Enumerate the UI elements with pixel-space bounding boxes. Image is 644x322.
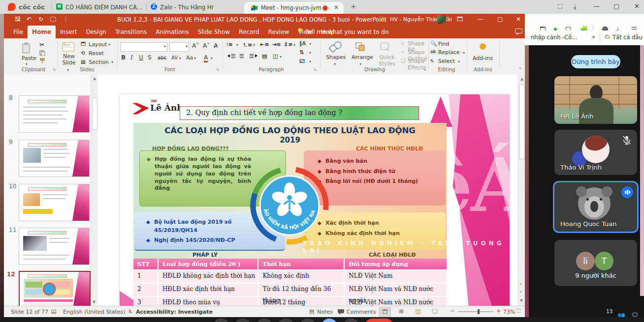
shapes-icon[interactable]: [329, 41, 343, 52]
account-avatar[interactable]: [437, 15, 446, 24]
bookmark-item[interactable]: nhập cảnh -Cố...: [531, 34, 577, 41]
captions-button[interactable]: [256, 319, 273, 322]
ribbon-tab-animations[interactable]: Animations: [151, 26, 193, 38]
font-dialog-launcher-icon[interactable]: ↘: [216, 67, 220, 72]
screenshot-tool-icon[interactable]: ⛶: [558, 3, 562, 11]
thumbnail-scrollbar[interactable]: ▲ ▼: [91, 75, 98, 306]
select-button[interactable]: Select: [438, 58, 455, 64]
copy-icon[interactable]: [39, 50, 45, 56]
thumb-scroll-down-icon[interactable]: ▼: [93, 300, 96, 304]
thumb-scroll-up-icon[interactable]: ▲: [91, 76, 98, 81]
cut-icon[interactable]: ✂: [39, 41, 44, 48]
clipboard-dialog-launcher-icon[interactable]: ↘: [52, 67, 56, 72]
format-painter-icon[interactable]: [39, 58, 45, 64]
bookmarks-overflow-icon[interactable]: »: [592, 33, 595, 40]
present-button[interactable]: [321, 319, 338, 322]
align-center-icon[interactable]: ☰: [239, 53, 244, 59]
ppt-minimize-button[interactable]: —: [478, 16, 483, 23]
download-tray-icon[interactable]: ⤓: [574, 3, 577, 11]
align-text-icon[interactable]: ⇅: [299, 49, 304, 56]
window-minimize-button[interactable]: —: [593, 2, 600, 10]
slide[interactable]: LêÁnh HR Lê Ánh 2. Quy định chi tiết về …: [120, 94, 510, 314]
browser-tab-sheets[interactable]: CÔ HẰNG ĐIỂM DANH CÁC KHỐI: [65, 4, 143, 11]
increase-indent-icon[interactable]: ⇥≡: [272, 41, 281, 48]
find-button[interactable]: Find: [438, 41, 450, 47]
notes-button[interactable]: Notes: [317, 309, 333, 315]
new-slide-icon[interactable]: [62, 42, 75, 52]
close-tab-icon[interactable]: ✕: [334, 4, 339, 11]
grow-font-icon[interactable]: A˄: [192, 42, 199, 49]
font-size-combobox[interactable]: ▾: [169, 42, 189, 52]
smartart-icon[interactable]: 🗠: [299, 58, 305, 64]
numbering-icon[interactable]: ⒈≡: [242, 41, 252, 49]
next-slide-button[interactable]: «: [518, 291, 523, 293]
thumb-scroll-thumb[interactable]: [92, 97, 97, 130]
ribbon-tab-record[interactable]: Record: [234, 26, 263, 38]
paste-caret-icon[interactable]: ▾: [26, 62, 28, 66]
text-direction-icon[interactable]: ∥A: [299, 40, 306, 47]
quick-styles-icon[interactable]: [379, 41, 391, 52]
thumbnail-slide-12-selected[interactable]: [19, 271, 91, 309]
paragraph-dialog-launcher-icon[interactable]: ↘: [313, 67, 317, 72]
bullets-icon[interactable]: ⁝≡: [226, 41, 233, 48]
language-indicator[interactable]: English (United States): [63, 309, 125, 315]
ribbon-tab-review[interactable]: Review: [264, 26, 294, 38]
leave-call-button[interactable]: [364, 319, 394, 322]
accessibility-status[interactable]: Accessibility: Investigate: [136, 309, 213, 315]
clear-formatting-icon[interactable]: A̷: [214, 42, 218, 49]
mic-button[interactable]: [213, 319, 229, 322]
view-slide-sorter-button[interactable]: ⊞: [396, 307, 407, 316]
strikethrough-button[interactable]: abc: [158, 55, 166, 60]
slide-scroll-up-icon[interactable]: ▲: [518, 77, 525, 81]
columns-icon[interactable]: ◫: [273, 53, 278, 59]
browser-tab-meet[interactable]: Meet - hmg-yucn-jvm ✕: [244, 2, 344, 14]
arrange-icon[interactable]: [354, 41, 366, 52]
shapes-button[interactable]: Shapes: [326, 54, 346, 60]
more-options-button[interactable]: [343, 319, 359, 322]
zoom-level[interactable]: 73%: [503, 309, 515, 315]
all-bookmarks-button[interactable]: Tất cả dấu trang: [612, 34, 644, 41]
font-color-button[interactable]: A: [204, 54, 208, 62]
quick-styles-button[interactable]: Quick Styles: [376, 54, 398, 67]
ribbon-tab-insert[interactable]: Insert: [56, 26, 81, 38]
participant-tile-hoang-quoc-tuan-active[interactable]: Hoang Quoc Tuan: [553, 181, 639, 233]
comments-bubble-icon[interactable]: [515, 29, 522, 35]
participant-tile-hr-le-anh[interactable]: HR Lê Ánh: [554, 76, 637, 124]
ribbon-tab-transitions[interactable]: Transitions: [111, 26, 151, 38]
spellcheck-icon[interactable]: 🕮: [51, 308, 57, 315]
drawing-dialog-launcher-icon[interactable]: ↘: [422, 67, 426, 72]
italic-button[interactable]: I: [130, 54, 132, 61]
addins-button[interactable]: Add-ins: [473, 55, 493, 61]
thumbnail-slide-9[interactable]: [19, 140, 90, 177]
replace-button[interactable]: Replace: [438, 49, 460, 56]
raise-hand-button[interactable]: [299, 319, 316, 322]
align-left-icon[interactable]: ⯇☰: [226, 53, 236, 59]
reset-button[interactable]: Reset: [89, 50, 104, 57]
ribbon-display-options-icon[interactable]: 🗖: [457, 16, 463, 23]
fit-to-window-icon[interactable]: ⛶: [517, 308, 520, 314]
thumbnail-slide-11[interactable]: [19, 228, 90, 265]
view-reading-button[interactable]: ◫: [413, 307, 423, 316]
zoom-out-button[interactable]: −: [450, 308, 454, 314]
page-scrollbar[interactable]: [640, 45, 644, 296]
previous-slide-button[interactable]: «: [518, 283, 523, 285]
browser-tab-zalo[interactable]: Zalo - Thu Hằng Hr: [160, 4, 214, 11]
zoom-in-button[interactable]: +: [496, 308, 501, 314]
ppt-restore-button[interactable]: ▢: [497, 16, 503, 23]
window-close-button[interactable]: ✕: [634, 2, 640, 10]
stop-presenting-button[interactable]: Dừng trình bày: [571, 55, 620, 68]
others-tile[interactable]: li T 9 người khác: [554, 240, 637, 286]
shadow-button[interactable]: S: [148, 54, 152, 61]
new-tab-button[interactable]: +: [351, 2, 356, 10]
change-case-button[interactable]: Aa: [186, 55, 193, 61]
zoom-slider-thumb[interactable]: [478, 309, 480, 314]
ribbon-tab-file[interactable]: File: [9, 26, 28, 38]
redo-icon[interactable]: ↻: [38, 16, 43, 23]
participant-tile-thao-vi[interactable]: Thảo Vi Trịnh: [554, 130, 637, 175]
font-name-combobox[interactable]: ▾: [120, 42, 167, 52]
decrease-indent-icon[interactable]: ⇤≡: [260, 41, 269, 48]
underline-button[interactable]: U: [139, 54, 143, 61]
slide-scroll-down-icon[interactable]: ▼: [520, 298, 523, 303]
undo-icon[interactable]: ↶: [27, 16, 32, 23]
ribbon-tab-home[interactable]: Home: [28, 26, 56, 38]
